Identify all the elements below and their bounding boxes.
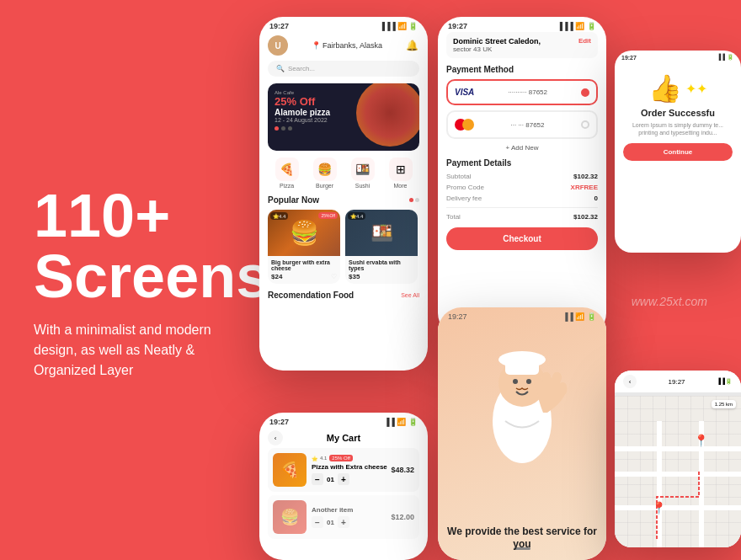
mastercard-radio[interactable] (581, 120, 589, 129)
payment-details: Subtotal $102.32 Promo Code XRFREE Deliv… (446, 173, 598, 221)
edit-address-btn[interactable]: Edit (578, 37, 591, 45)
cart-status-bar: 19:27 ▐▐ 📶 🔋 (259, 413, 428, 428)
star-icons: ✦✦ (685, 81, 707, 97)
cart-discount-tag: 25% Off (329, 455, 353, 461)
heart-icon[interactable]: ♡ (331, 273, 337, 280)
delivery-row: Delivery fee 0 (446, 195, 598, 202)
rec-title: Recomendation Food (268, 291, 354, 300)
search-bar[interactable]: 🔍 Search... (268, 61, 419, 77)
qty-plus-1[interactable]: + (338, 516, 349, 528)
phone-map: ‹ 19:27 ▐▐🔋 📍 📍 1.25 km (615, 371, 741, 547)
main-phone-inner: U 📍 Fairbanks, Alaska 🔔 🔍 Search... Ale … (259, 32, 428, 300)
back-button[interactable]: ‹ (268, 430, 283, 445)
chef-tagline: We provide the best service for you (438, 525, 606, 552)
watermark: www.25xt.com (632, 295, 707, 308)
food-card-sushi[interactable]: 🍱 ⭐4.4 Sushi ervabta with types $35 (345, 210, 418, 284)
checkout-button[interactable]: Checkout (446, 227, 598, 250)
qty-control-1: − 01 + (312, 516, 353, 528)
screens-text: Screens (34, 246, 253, 307)
sushi-info: Sushi ervabta with types $35 (345, 256, 418, 284)
category-pizza[interactable]: 🍕 Pizza (275, 157, 299, 189)
phone-cart: 19:27 ▐▐ 📶 🔋 ‹ My Cart 🍕 ⭐ 4.1 25% Off (259, 413, 428, 560)
cart-item-1: 🍔 Another item − 01 + $12.00 (268, 495, 419, 539)
address-detail: sector 43 UK (453, 45, 591, 53)
avatar: U (268, 35, 288, 56)
pizza-icon: 🍕 (275, 157, 299, 181)
search-icon: 🔍 (276, 65, 285, 72)
mastercard-logo (455, 119, 474, 131)
visa-radio[interactable] (581, 88, 589, 97)
add-new-btn[interactable]: + Add New (446, 144, 598, 152)
map-background: 📍 📍 (615, 396, 741, 547)
map-inner: ‹ 19:27 ▐▐🔋 📍 📍 1.25 km (615, 371, 741, 547)
payment-time: 19:27 (448, 22, 467, 30)
cart-header: ‹ My Cart (268, 428, 419, 448)
burger-price: $24 (271, 273, 282, 280)
phone-chef: 19:27 ▐▐ 📶 🔋 (438, 307, 606, 560)
main-header: U 📍 Fairbanks, Alaska 🔔 (268, 32, 419, 61)
food-card-burger[interactable]: 🍔 ⭐4.4 25%Off Big burger with extra chee… (268, 210, 340, 284)
qty-num-0: 01 (327, 476, 334, 483)
map-back-button[interactable]: ‹ (623, 375, 637, 388)
promo-value: XRFREE (571, 184, 598, 191)
svg-point-5 (526, 379, 531, 384)
burger-price-row: $24 ♡ (271, 273, 337, 280)
category-burger[interactable]: 🍔 Burger (313, 157, 337, 189)
category-sushi[interactable]: 🍱 Sushi (351, 157, 375, 189)
payment-status-bar: 19:27 ▐▐▐ 📶 🔋 (438, 17, 606, 32)
food-cards: 🍔 ⭐4.4 25%Off Big burger with extra chee… (268, 210, 419, 284)
map-time: 19:27 (669, 378, 685, 386)
subtotal-row: Subtotal $102.32 (446, 173, 598, 180)
sushi-name: Sushi ervabta with types (349, 259, 414, 271)
total-row: Total $102.32 (446, 213, 598, 221)
payment-details-label: Payment Details (446, 158, 598, 168)
visa-number: ·········· 87652 (508, 88, 547, 96)
sushi-price: $35 (349, 273, 360, 280)
map-end-pin: 📍 (694, 434, 708, 447)
popular-title: Popular Now (268, 195, 319, 205)
cart-pizza-image: 🍕 (273, 453, 307, 487)
address-name: Dominic Street Caledon, (453, 37, 591, 45)
continue-button[interactable]: Continue (623, 143, 733, 161)
qty-minus-0[interactable]: − (312, 473, 323, 485)
total-value: $102.32 (573, 213, 598, 221)
qty-num-1: 01 (327, 519, 334, 526)
cart-inner: ‹ My Cart 🍕 ⭐ 4.1 25% Off Pizza with Ext… (259, 428, 428, 539)
cart-time: 19:27 (269, 418, 289, 426)
map-status-bar: ‹ 19:27 ▐▐🔋 (615, 371, 741, 392)
map-distance: 1.25 km (712, 400, 736, 408)
popular-section-header: Popular Now (268, 195, 419, 205)
qty-minus-1[interactable]: − (312, 516, 323, 528)
search-placeholder: Search... (288, 65, 315, 72)
map-route-svg (615, 421, 741, 547)
svg-point-4 (513, 379, 518, 384)
left-panel: 110+ Screens With a minimalist and moder… (34, 185, 253, 381)
description-text: With a minimalist and modern design, as … (34, 320, 253, 381)
visa-card[interactable]: VISA ·········· 87652 (446, 79, 598, 105)
main-status-bar: 19:27 ▐▐▐ 📶 🔋 (259, 17, 428, 32)
mastercard-number: ··· ··· 87652 (510, 121, 544, 129)
burger-info: Big burger with extra cheese $24 ♡ (268, 256, 340, 284)
cart-item-price-0: $48.32 (391, 466, 414, 474)
visa-logo: VISA (455, 88, 474, 97)
payment-method-label: Payment Method (446, 65, 598, 74)
thumbs-up-icon: 👍 (648, 72, 682, 104)
rec-section-header: Recomendation Food See All (268, 291, 419, 300)
sushi-icon: 🍱 (351, 157, 375, 181)
see-all-link[interactable]: See All (401, 292, 419, 298)
qty-plus-0[interactable]: + (338, 473, 349, 485)
success-status-bar: 19:27 ▐▐ 🔋 (615, 51, 741, 64)
payment-address: Edit Dominic Street Caledon, sector 43 U… (446, 32, 598, 58)
cart-item-name-1: Another item (312, 506, 353, 514)
bell-icon[interactable]: 🔔 (406, 39, 419, 52)
category-more[interactable]: ⊞ More (389, 157, 413, 189)
chef-status-bar: 19:27 ▐▐ 📶 🔋 (438, 307, 606, 326)
phone-main: 19:27 ▐▐▐ 📶 🔋 U 📍 Fairbanks, Alaska 🔔 🔍 … (259, 17, 428, 371)
delivery-value: 0 (594, 195, 598, 202)
chef-figure (467, 345, 577, 509)
svg-point-3 (498, 351, 546, 368)
burger-name: Big burger with extra cheese (271, 259, 337, 271)
burger-icon: 🍔 (313, 157, 337, 181)
mastercard-card[interactable]: ··· ··· 87652 (446, 110, 598, 139)
big-number: 110+ (34, 185, 253, 246)
